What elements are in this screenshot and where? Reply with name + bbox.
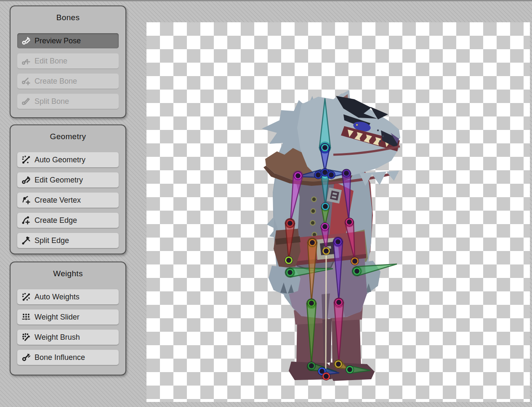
preview-pose-icon — [21, 36, 31, 45]
joint-neck — [321, 143, 329, 152]
skinning-editor-window: { "background": { "hatch_base": "#c0c0c0… — [0, 0, 532, 407]
joint-belly — [321, 202, 330, 211]
joint-ankle-right — [334, 360, 343, 368]
geometry-panel-title: Geometry — [11, 132, 125, 141]
edit-bone-button[interactable]: Edit Bone — [17, 53, 119, 69]
joint-knee-right — [335, 298, 343, 307]
create-bone-icon — [21, 77, 31, 86]
bones-panel: Bones Preview Pose Edit Bone Create Bone… — [10, 5, 126, 118]
joint-hand-right — [353, 267, 361, 275]
joint-hip-right — [334, 238, 342, 246]
joint-hip-left — [308, 238, 317, 247]
create-edge-icon — [21, 216, 31, 225]
edit-bone-icon — [21, 56, 31, 66]
bone-root-guide — [326, 252, 326, 369]
weights-panel: Weights Auto Weights Weight Slider Weigh… — [10, 262, 126, 375]
bone-influence-icon — [21, 353, 31, 362]
joint-shoulder-left — [294, 172, 302, 180]
bone-influence-button[interactable]: Bone Influence — [17, 350, 119, 365]
button-label: Edit Geometry — [35, 176, 83, 185]
auto-weights-icon — [21, 292, 31, 301]
auto-geometry-button[interactable]: Auto Geometry — [17, 152, 119, 167]
auto-geometry-icon — [21, 155, 31, 164]
create-bone-button[interactable]: Create Bone — [17, 74, 119, 89]
button-label: Split Edge — [35, 236, 69, 245]
joint-hand-left — [286, 268, 294, 277]
bones-panel-title: Bones — [11, 13, 125, 22]
joint-pelvis — [322, 247, 330, 255]
joint-knee-left — [307, 299, 316, 307]
auto-weights-button[interactable]: Auto Weights — [17, 289, 119, 304]
preview-pose-button[interactable]: Preview Pose — [17, 33, 119, 48]
joint-elbow-right — [345, 218, 354, 226]
weights-panel-title: Weights — [11, 269, 125, 278]
split-bone-icon — [21, 97, 31, 106]
edit-geometry-icon — [21, 175, 31, 185]
weight-brush-button[interactable]: Weight Brush — [17, 330, 119, 345]
geometry-panel: Geometry Auto Geometry Edit Geometry Cre… — [10, 124, 126, 254]
joint-waist — [321, 222, 329, 231]
button-label: Preview Pose — [35, 37, 81, 45]
weight-brush-icon — [21, 333, 31, 342]
joint-foot-root — [322, 372, 330, 381]
werewolf-sprite — [262, 90, 400, 381]
joint-wrist-right — [351, 257, 359, 265]
create-vertex-button[interactable]: Create Vertex — [17, 193, 119, 208]
split-bone-button[interactable]: Split Bone — [17, 94, 119, 109]
split-edge-icon — [21, 236, 31, 245]
button-label: Split Bone — [35, 97, 69, 106]
weight-slider-icon — [21, 312, 31, 322]
button-label: Weight Slider — [35, 313, 80, 322]
sprite-canvas[interactable] — [146, 22, 530, 402]
joint-shoulder-right — [342, 169, 351, 177]
weight-slider-button[interactable]: Weight Slider — [17, 309, 119, 325]
window-top-strip — [0, 0, 532, 1]
button-label: Create Edge — [35, 216, 77, 225]
split-edge-button[interactable]: Split Edge — [17, 233, 119, 248]
button-label: Edit Bone — [35, 57, 67, 66]
joint-foot-right — [346, 365, 354, 374]
button-label: Auto Geometry — [35, 156, 85, 164]
button-label: Auto Weights — [35, 293, 80, 301]
joint-ankle-left — [307, 362, 316, 370]
create-vertex-icon — [21, 196, 31, 205]
button-label: Weight Brush — [35, 333, 80, 342]
scene-svg — [146, 22, 530, 402]
joint-wrist-left — [285, 256, 293, 264]
button-label: Create Vertex — [35, 196, 81, 205]
create-edge-button[interactable]: Create Edge — [17, 213, 119, 228]
button-label: Create Bone — [35, 77, 77, 86]
joint-elbow-left — [286, 219, 294, 227]
joint-chest-right — [327, 171, 335, 179]
button-label: Bone Influence — [35, 353, 85, 362]
edit-geometry-button[interactable]: Edit Geometry — [17, 172, 119, 188]
